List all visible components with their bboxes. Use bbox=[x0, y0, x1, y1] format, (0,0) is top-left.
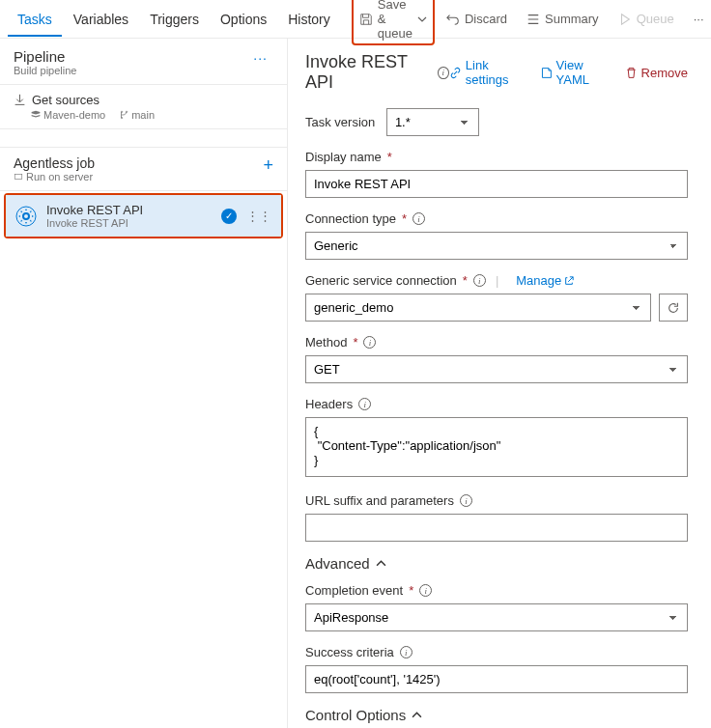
control-options-section-toggle[interactable]: Control Options bbox=[305, 707, 688, 723]
method-select[interactable]: GET bbox=[305, 355, 688, 383]
agentless-title: Agentless job bbox=[14, 155, 95, 171]
headers-textarea[interactable]: { "Content-Type":"application/json" } bbox=[305, 417, 688, 477]
connection-type-select[interactable]: Generic bbox=[305, 232, 688, 260]
url-suffix-label: URL suffix and parameters bbox=[305, 493, 454, 508]
url-suffix-input[interactable] bbox=[305, 514, 688, 542]
display-name-input[interactable] bbox=[305, 170, 688, 198]
info-icon[interactable]: i bbox=[412, 212, 425, 225]
task-item-invoke-rest[interactable]: Invoke REST API Invoke REST API ✓ ⋮⋮ bbox=[6, 195, 281, 237]
manage-link[interactable]: Manage bbox=[516, 273, 574, 288]
undo-icon bbox=[446, 13, 460, 26]
pipeline-subtitle: Build pipeline bbox=[14, 65, 76, 76]
required-marker: * bbox=[353, 335, 357, 350]
get-sources-item[interactable]: Get sources Maven-demo main bbox=[0, 84, 287, 129]
pipeline-more-button[interactable]: ··· bbox=[247, 48, 273, 68]
success-criteria-input[interactable] bbox=[305, 665, 688, 693]
display-name-label: Display name bbox=[305, 150, 382, 164]
info-icon[interactable]: i bbox=[363, 336, 376, 349]
required-marker: * bbox=[409, 583, 413, 598]
left-panel: Pipeline Build pipeline ··· Get sources … bbox=[0, 39, 288, 728]
service-connection-select[interactable]: generic_demo bbox=[305, 294, 651, 322]
tab-options[interactable]: Options bbox=[211, 2, 276, 37]
get-sources-label: Get sources bbox=[32, 93, 100, 107]
task-version-select[interactable]: 1.* bbox=[386, 108, 479, 136]
task-item-highlight: Invoke REST API Invoke REST API ✓ ⋮⋮ bbox=[4, 193, 283, 238]
agentless-subtitle: Run on server bbox=[26, 171, 93, 182]
tab-history[interactable]: History bbox=[278, 2, 340, 37]
completion-event-label: Completion event bbox=[305, 583, 403, 598]
chevron-up-icon bbox=[412, 710, 422, 720]
task-version-label: Task version bbox=[305, 115, 375, 129]
required-marker: * bbox=[387, 150, 392, 164]
more-button[interactable]: ··· bbox=[686, 7, 711, 31]
discard-button[interactable]: Discard bbox=[439, 7, 515, 31]
advanced-label: Advanced bbox=[305, 555, 370, 572]
refresh-button[interactable] bbox=[659, 294, 688, 322]
info-icon[interactable]: i bbox=[400, 646, 412, 658]
separator: | bbox=[496, 273, 498, 288]
connection-type-label: Connection type bbox=[305, 211, 396, 226]
pipeline-header[interactable]: Pipeline Build pipeline ··· bbox=[0, 39, 287, 84]
right-panel: Invoke REST API i Link settings View YAM… bbox=[288, 39, 711, 728]
save-queue-label: Save & queue bbox=[378, 0, 412, 41]
task-title: Invoke REST API bbox=[46, 203, 213, 217]
refresh-icon bbox=[667, 301, 680, 315]
required-marker: * bbox=[402, 211, 407, 226]
svg-rect-0 bbox=[14, 175, 22, 180]
pipeline-title: Pipeline bbox=[14, 48, 76, 65]
info-icon[interactable]: i bbox=[358, 398, 371, 410]
task-subtitle: Invoke REST API bbox=[46, 217, 213, 229]
check-icon: ✓ bbox=[221, 209, 237, 224]
repo-name: Maven-demo bbox=[43, 109, 105, 121]
discard-label: Discard bbox=[465, 12, 507, 26]
tab-triggers[interactable]: Triggers bbox=[140, 2, 209, 37]
chevron-down-icon bbox=[417, 14, 427, 24]
info-icon[interactable]: i bbox=[460, 494, 472, 507]
advanced-section-toggle[interactable]: Advanced bbox=[305, 555, 688, 572]
view-yaml-label: View YAML bbox=[556, 58, 611, 87]
top-bar: Tasks Variables Triggers Options History… bbox=[0, 0, 711, 39]
yaml-icon bbox=[540, 67, 553, 79]
queue-label: Queue bbox=[637, 12, 674, 26]
tab-variables[interactable]: Variables bbox=[64, 2, 138, 37]
remove-label: Remove bbox=[641, 66, 688, 80]
summary-button[interactable]: Summary bbox=[519, 7, 607, 31]
branch-name: main bbox=[131, 109, 155, 121]
required-marker: * bbox=[463, 273, 468, 288]
external-link-icon bbox=[564, 276, 574, 286]
link-icon bbox=[449, 67, 462, 79]
branch-icon bbox=[119, 110, 128, 120]
drag-handle[interactable]: ⋮⋮ bbox=[244, 209, 273, 223]
info-icon[interactable]: i bbox=[419, 584, 432, 597]
summary-label: Summary bbox=[545, 12, 599, 26]
service-connection-label: Generic service connection bbox=[305, 273, 457, 288]
nav-tabs: Tasks Variables Triggers Options History bbox=[8, 2, 340, 37]
queue-button[interactable]: Queue bbox=[611, 7, 682, 31]
completion-event-select[interactable]: ApiResponse bbox=[305, 603, 688, 631]
link-settings-button[interactable]: Link settings bbox=[449, 58, 526, 87]
repo-icon bbox=[31, 110, 41, 120]
method-label: Method bbox=[305, 335, 347, 350]
info-icon[interactable]: i bbox=[438, 67, 449, 79]
server-icon bbox=[14, 172, 23, 182]
gear-icon bbox=[14, 204, 39, 229]
control-options-label: Control Options bbox=[305, 707, 406, 723]
download-icon bbox=[14, 94, 26, 106]
list-icon bbox=[526, 13, 540, 26]
remove-button[interactable]: Remove bbox=[625, 58, 688, 87]
play-icon bbox=[618, 13, 632, 26]
link-settings-label: Link settings bbox=[466, 58, 526, 87]
agentless-job-item[interactable]: Agentless job Run on server + bbox=[0, 147, 287, 191]
view-yaml-button[interactable]: View YAML bbox=[540, 58, 611, 87]
trash-icon bbox=[625, 67, 638, 79]
info-icon[interactable]: i bbox=[473, 274, 486, 287]
chevron-up-icon bbox=[376, 558, 386, 569]
headers-label: Headers bbox=[305, 397, 353, 411]
tab-tasks[interactable]: Tasks bbox=[8, 2, 62, 37]
panel-title: Invoke REST API bbox=[305, 52, 430, 93]
add-task-button[interactable]: + bbox=[263, 155, 273, 176]
success-criteria-label: Success criteria bbox=[305, 645, 394, 659]
save-icon bbox=[359, 13, 373, 26]
